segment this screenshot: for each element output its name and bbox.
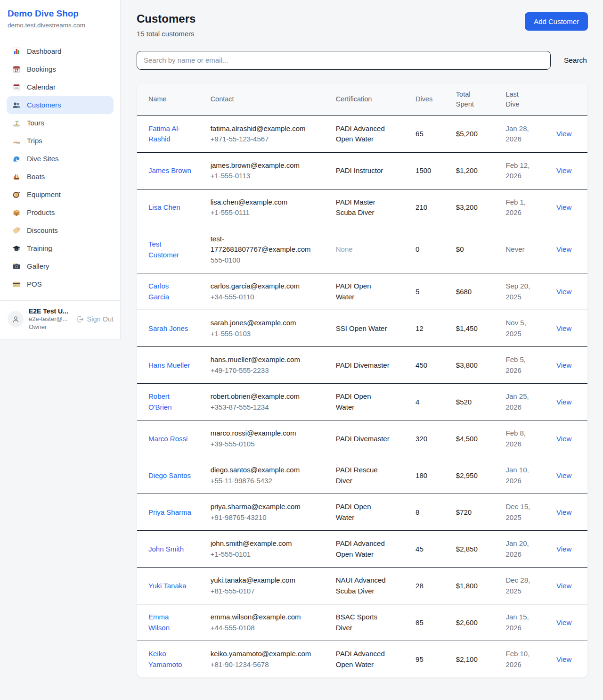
customer-phone: +971-55-123-4567 (211, 134, 325, 145)
person-icon (11, 315, 20, 324)
sidebar-nav: Dashboard Bookings Calendar Customers To… (0, 36, 120, 300)
customer-certification: PADI Divemaster (336, 434, 390, 445)
view-link[interactable]: View (556, 203, 571, 211)
view-link[interactable]: View (556, 545, 571, 553)
customer-dives: 5 (416, 288, 419, 296)
view-link[interactable]: View (556, 435, 571, 443)
sidebar-nav-item[interactable]: Products (7, 204, 114, 222)
customer-dives: 8 (416, 508, 419, 516)
customer-phone: +39-555-0105 (211, 439, 325, 450)
customer-dives: 4 (416, 398, 419, 406)
customer-dives: 45 (416, 545, 424, 553)
customers-table-body: Fatima Al-Rashid fatima.alrashid@example… (137, 115, 587, 677)
view-link[interactable]: View (556, 655, 571, 663)
view-link[interactable]: View (556, 582, 571, 590)
view-link[interactable]: View (556, 361, 571, 369)
customer-total-spent: $2,950 (456, 471, 478, 479)
view-link[interactable]: View (556, 130, 571, 138)
customer-last-dive: Never (505, 244, 524, 255)
sidebar-nav-item[interactable]: Discounts (7, 222, 114, 239)
customer-last-dive: Jan 25, 2026 (505, 391, 536, 412)
col-header-total-spent: Total Spent (450, 83, 500, 116)
sidebar-nav-item[interactable]: Training (7, 239, 114, 257)
table-row: Fatima Al-Rashid fatima.alrashid@example… (137, 115, 587, 152)
table-row: Test Customer test-1772681807767@example… (137, 226, 587, 273)
sidebar-nav-item[interactable]: Boats (7, 168, 114, 186)
customer-name-link[interactable]: Diego Santos (148, 470, 191, 481)
view-link[interactable]: View (556, 508, 571, 516)
customer-name-link[interactable]: Emma Wilson (148, 612, 191, 633)
customer-last-dive: Feb 12, 2026 (505, 160, 536, 181)
sidebar-nav-item[interactable]: POS (7, 275, 114, 293)
view-link[interactable]: View (556, 618, 571, 626)
sign-out-button[interactable]: Sign Out (76, 315, 114, 323)
shop-header: Demo Dive Shop demo.test.divestreams.com (0, 0, 120, 36)
col-header-dives: Dives (410, 83, 450, 116)
sidebar-nav-item[interactable]: Equipment (7, 186, 114, 204)
customer-name-link[interactable]: Marco Rossi (148, 434, 187, 445)
page-header: Customers 15 total customers Add Custome… (137, 12, 588, 38)
customer-email: diego.santos@example.com (211, 465, 318, 476)
customer-total-spent: $3,200 (456, 203, 478, 211)
customer-name-link[interactable]: Test Customer (148, 239, 191, 260)
customer-dives: 65 (416, 130, 424, 138)
customer-name-link[interactable]: Priya Sharma (148, 507, 191, 518)
customers-table-card: Name Contact Certification Dives Total S… (137, 83, 588, 678)
sidebar-nav-item[interactable]: Bookings (7, 60, 114, 78)
sidebar-nav-item[interactable]: Calendar (7, 78, 114, 96)
customer-last-dive: Nov 5, 2025 (505, 318, 536, 339)
customer-dives: 210 (416, 203, 427, 211)
view-link[interactable]: View (556, 288, 571, 296)
customer-certification: PADI Open Water (336, 391, 391, 412)
customer-certification: NAUI Advanced Scuba Diver (336, 575, 391, 596)
customer-last-dive: Jan 20, 2026 (505, 538, 536, 560)
sidebar-nav-item[interactable]: Dive Sites (7, 150, 114, 168)
customer-name-link[interactable]: Fatima Al-Rashid (148, 124, 191, 145)
sidebar-nav-item[interactable]: Tours (7, 114, 114, 132)
package-icon (12, 208, 21, 217)
view-link[interactable]: View (556, 245, 571, 253)
view-link[interactable]: View (556, 398, 571, 406)
customer-name-link[interactable]: Hans Mueller (148, 360, 190, 371)
add-customer-button[interactable]: Add Customer (525, 12, 588, 31)
customer-last-dive: Sep 20, 2025 (505, 281, 536, 302)
page-header-text: Customers 15 total customers (137, 12, 196, 38)
sidebar-nav-item-label: Products (27, 208, 55, 216)
customer-total-spent: $2,600 (456, 618, 478, 626)
sidebar-nav-item-label: POS (27, 280, 42, 288)
customer-name-link[interactable]: James Brown (148, 165, 191, 176)
customer-certification: PADI Rescue Diver (336, 465, 391, 486)
calendar-date-icon (12, 65, 21, 74)
customer-name-link[interactable]: Sarah Jones (148, 323, 188, 334)
customer-certification: None (336, 244, 353, 255)
customer-total-spent: $720 (456, 508, 472, 516)
sidebar-nav-item-label: Trips (27, 137, 42, 145)
customer-email: emma.wilson@example.com (211, 612, 318, 623)
search-row: Search (137, 51, 588, 70)
customer-name-link[interactable]: Lisa Chen (148, 202, 180, 213)
view-link[interactable]: View (556, 471, 571, 479)
calendar-pad-icon (12, 83, 21, 91)
user-name: E2E Test U... (29, 307, 68, 315)
customer-dives: 320 (416, 435, 427, 443)
customer-name-link[interactable]: Yuki Tanaka (148, 581, 187, 592)
customer-name-link[interactable]: John Smith (148, 544, 184, 555)
customer-email: keiko.yamamoto@example.com (211, 649, 318, 659)
search-button[interactable]: Search (563, 54, 588, 66)
col-header-certification: Certification (330, 83, 410, 116)
sidebar-nav-item-label: Dive Sites (27, 155, 59, 163)
sidebar-nav-item[interactable]: Gallery (7, 257, 114, 275)
view-link[interactable]: View (556, 324, 571, 332)
customer-total-spent: $1,800 (456, 582, 478, 590)
view-link[interactable]: View (556, 166, 571, 174)
sidebar-nav-item[interactable]: Trips (7, 132, 114, 150)
customer-name-link[interactable]: Keiko Yamamoto (148, 649, 191, 670)
customer-name-link[interactable]: Robert O'Brien (148, 391, 191, 412)
sidebar-nav-item[interactable]: Dashboard (7, 42, 114, 60)
sidebar-nav-item[interactable]: Customers (7, 96, 114, 114)
search-input[interactable] (137, 51, 551, 70)
table-row: John Smith john.smith@example.com +1-555… (137, 531, 587, 568)
customer-name-link[interactable]: Carlos Garcia (148, 281, 191, 302)
customer-phone: +1-555-0103 (211, 329, 325, 339)
sidebar-nav-item-label: Bookings (27, 65, 56, 73)
